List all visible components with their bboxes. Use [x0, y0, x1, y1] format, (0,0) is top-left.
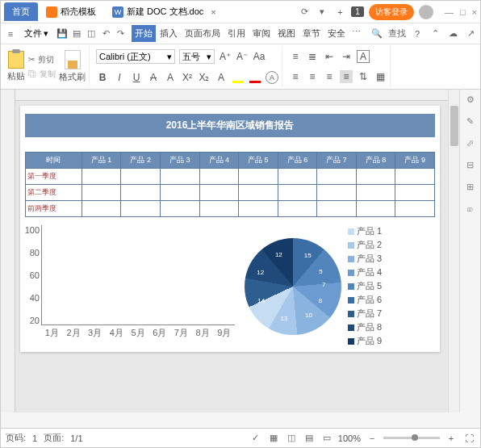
fontcolor-button[interactable] — [249, 71, 261, 84]
cloud-icon[interactable]: ☁ — [446, 27, 459, 40]
zoom-value[interactable]: 100% — [338, 433, 361, 443]
numbering-icon[interactable]: ≣ — [306, 50, 319, 63]
case-icon[interactable]: Aa — [253, 50, 266, 63]
bold-button[interactable]: B — [96, 71, 109, 84]
strike-button[interactable]: A — [147, 71, 160, 84]
right-sidebar: ⚙ ✎ ⬀ ⊟ ⊞ ⎄ — [459, 90, 480, 412]
zoom-in-icon[interactable]: + — [445, 432, 458, 445]
properties-icon[interactable]: ⊞ — [466, 182, 474, 192]
find-label[interactable]: 查找 — [388, 27, 406, 40]
style-icon[interactable]: A — [357, 50, 370, 63]
undo-icon[interactable]: ↶ — [99, 27, 112, 40]
scroll-thumb[interactable] — [450, 106, 458, 146]
table-header: 产品 5 — [239, 153, 278, 169]
ribbon-tab-security[interactable]: 安全 — [324, 25, 349, 42]
table-row: 第一季度 — [26, 169, 435, 185]
highlight-button[interactable] — [232, 71, 245, 84]
circled-button[interactable]: A — [266, 71, 278, 84]
file-menu[interactable]: 文件▾ — [19, 25, 54, 42]
add-tab-icon[interactable]: + — [333, 6, 346, 19]
ribbon-tab-start[interactable]: 开始 — [132, 25, 156, 42]
pencil-icon[interactable]: ✎ — [466, 116, 474, 127]
align-center-icon[interactable]: ≡ — [306, 70, 319, 83]
italic-button[interactable]: I — [113, 71, 126, 84]
cut-button[interactable]: ✂剪切 — [28, 54, 56, 65]
menu-icon[interactable]: ▾ — [316, 6, 328, 19]
close-icon[interactable]: × — [472, 7, 477, 17]
indent-icon[interactable]: ⇥ — [340, 50, 353, 63]
table-header: 产品 1 — [82, 153, 121, 169]
ribbon-toolbar: 粘贴 ✂剪切 ⿻复制 格式刷 Calibri (正文)▾ 五号▾ A⁺ A⁻ A… — [1, 44, 480, 90]
justify-icon[interactable]: ≡ — [340, 70, 353, 83]
ribbon-more-icon[interactable]: ⋯ — [349, 25, 362, 38]
view1-icon[interactable]: ▦ — [267, 432, 280, 445]
outdent-icon[interactable]: ⇤ — [323, 50, 336, 63]
tab-home[interactable]: 首页 — [4, 2, 38, 21]
login-button[interactable]: 访客登录 — [369, 4, 414, 20]
zoom-slider[interactable] — [383, 437, 440, 439]
spellcheck-icon[interactable]: ✓ — [249, 432, 262, 445]
ribbon-tab-view[interactable]: 视图 — [274, 25, 299, 42]
help-icon[interactable]: ? — [411, 27, 424, 40]
horizontal-ruler[interactable] — [15, 90, 448, 101]
underline-button[interactable]: U — [130, 71, 143, 84]
font-select[interactable]: Calibri (正文)▾ — [96, 49, 175, 64]
scissors-icon: ✂ — [28, 55, 35, 64]
sync-icon[interactable]: ⟳ — [298, 6, 311, 19]
vertical-scrollbar[interactable] — [448, 90, 459, 412]
table-header: 产品 7 — [317, 153, 357, 169]
titlebar: 首页 稻壳模板 W新建 DOC 文档.doc× ⟳ ▾ + 1 访客登录 — □… — [1, 1, 480, 23]
shrink-font-icon[interactable]: A⁻ — [236, 50, 249, 63]
print-icon[interactable]: ▤ — [70, 27, 83, 40]
save-icon[interactable]: 💾 — [56, 27, 69, 40]
maximize-icon[interactable]: □ — [460, 7, 466, 17]
table-header: 产品 8 — [356, 153, 395, 169]
search-icon[interactable]: 🔍 — [370, 27, 383, 40]
collapse-icon[interactable]: ⌃ — [429, 27, 441, 40]
copy-button[interactable]: ⿻复制 — [28, 69, 56, 80]
ribbon-tab-section[interactable]: 章节 — [299, 25, 324, 42]
ribbon-tab-review[interactable]: 审阅 — [249, 25, 274, 42]
paste-icon — [8, 51, 24, 69]
fullscreen-icon[interactable]: ⛶ — [462, 432, 475, 445]
share-icon[interactable]: ↗ — [464, 27, 477, 40]
tab-template[interactable]: 稻壳模板 — [38, 2, 104, 21]
view3-icon[interactable]: ▤ — [303, 432, 316, 445]
zoom-out-icon[interactable]: − — [366, 432, 379, 445]
app-menu-icon[interactable]: ≡ — [4, 27, 17, 40]
doc-icon: W — [112, 6, 123, 18]
bullets-icon[interactable]: ≡ — [289, 50, 302, 63]
shading-icon[interactable]: ▦ — [374, 70, 387, 83]
ruler-icon[interactable]: ⊟ — [466, 160, 474, 170]
size-select[interactable]: 五号▾ — [179, 49, 215, 64]
sub2-button[interactable]: X₂ — [198, 71, 211, 84]
ribbon-tab-ref[interactable]: 引用 — [224, 25, 249, 42]
linespacing-icon[interactable]: ⇅ — [357, 70, 370, 83]
redo-icon[interactable]: ↷ — [114, 27, 127, 40]
align-left-icon[interactable]: ≡ — [289, 70, 302, 83]
minimize-icon[interactable]: — — [445, 7, 454, 17]
ribbon-tab-insert[interactable]: 插入 — [157, 25, 181, 42]
page-canvas[interactable]: 2016上半年华南区域销售报告 时间产品 1产品 2产品 3产品 4产品 5产品… — [15, 90, 448, 412]
fontfx-button[interactable]: A — [215, 71, 228, 84]
view2-icon[interactable]: ◫ — [285, 432, 298, 445]
table-header: 产品 6 — [278, 153, 317, 169]
ribbon-tab-layout[interactable]: 页面布局 — [182, 25, 224, 42]
paste-button[interactable]: 粘贴 — [7, 51, 25, 82]
view4-icon[interactable]: ▭ — [320, 432, 333, 445]
settings-icon[interactable]: ⚙ — [466, 94, 475, 105]
avatar[interactable] — [419, 5, 433, 19]
subscript-button[interactable]: X² — [181, 71, 194, 84]
preview-icon[interactable]: ◫ — [85, 27, 98, 40]
grow-font-icon[interactable]: A⁺ — [219, 50, 232, 63]
select-icon[interactable]: ⬀ — [466, 138, 474, 149]
superscript-button[interactable]: A — [164, 71, 177, 84]
table-header: 产品 2 — [121, 153, 161, 169]
vertical-ruler[interactable] — [1, 90, 15, 412]
notification-badge[interactable]: 1 — [351, 6, 364, 17]
tab-document[interactable]: W新建 DOC 文档.doc× — [104, 2, 228, 22]
close-tab-icon[interactable]: × — [207, 6, 220, 19]
align-right-icon[interactable]: ≡ — [323, 70, 336, 83]
format-brush-button[interactable]: 格式刷 — [59, 50, 86, 83]
tools-icon[interactable]: ⎄ — [467, 203, 473, 213]
